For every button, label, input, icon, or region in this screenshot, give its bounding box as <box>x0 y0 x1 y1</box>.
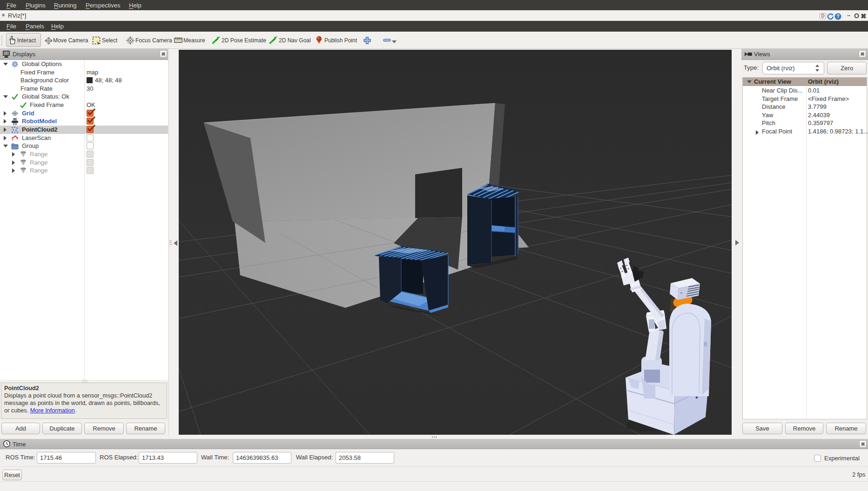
svg-text:?: ? <box>836 14 839 19</box>
